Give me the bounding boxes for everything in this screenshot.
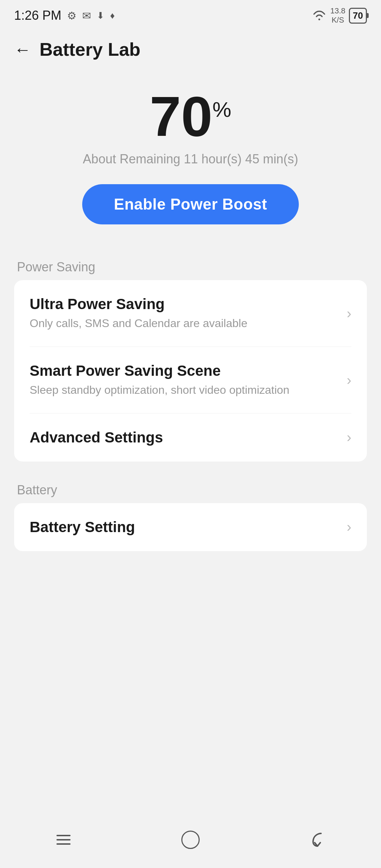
smart-power-saving-item[interactable]: Smart Power Saving Scene Sleep standby o…	[14, 347, 367, 414]
battery-setting-item[interactable]: Battery Setting ›	[14, 503, 367, 551]
advanced-settings-title: Advanced Settings	[30, 429, 340, 446]
battery-percent-value: 70%	[150, 85, 231, 148]
headphone-icon: ♦	[110, 10, 115, 21]
chevron-right-icon: ›	[347, 519, 351, 535]
enable-power-boost-button[interactable]: Enable Power Boost	[82, 184, 299, 224]
status-left: 1:26 PM ⚙ ✉ ⬇ ♦	[14, 8, 115, 23]
advanced-settings-item[interactable]: Advanced Settings ›	[14, 414, 367, 462]
smart-power-saving-subtitle: Sleep standby optimization, short video …	[30, 382, 340, 398]
power-saving-card: Ultra Power Saving Only calls, SMS and C…	[14, 280, 367, 462]
advanced-settings-content: Advanced Settings	[30, 429, 340, 446]
power-saving-section: Power Saving Ultra Power Saving Only cal…	[0, 260, 381, 462]
battery-settings-section: Battery Battery Setting ›	[0, 483, 381, 551]
mail-icon: ✉	[82, 10, 91, 22]
battery-section-label: Battery	[14, 483, 367, 498]
battery-card: Battery Setting ›	[14, 503, 367, 551]
bottom-navigation	[0, 819, 381, 868]
settings-icon: ⚙	[67, 10, 77, 22]
ultra-power-saving-title: Ultra Power Saving	[30, 296, 340, 313]
status-time: 1:26 PM	[14, 8, 61, 23]
download-icon: ⬇	[97, 10, 104, 21]
back-nav-button[interactable]	[300, 829, 335, 850]
home-circle-icon	[181, 831, 200, 849]
chevron-right-icon: ›	[347, 306, 351, 321]
status-bar: 1:26 PM ⚙ ✉ ⬇ ♦ 13.8 K/S 70	[0, 0, 381, 28]
back-button[interactable]: ←	[14, 40, 31, 59]
power-saving-label: Power Saving	[14, 260, 367, 275]
smart-power-saving-content: Smart Power Saving Scene Sleep standby o…	[30, 362, 340, 398]
ultra-power-saving-item[interactable]: Ultra Power Saving Only calls, SMS and C…	[14, 280, 367, 347]
network-speed: 13.8 K/S	[330, 6, 345, 25]
page-header: ← Battery Lab	[0, 28, 381, 67]
battery-section: 70% About Remaining 11 hour(s) 45 min(s)…	[0, 67, 381, 239]
battery-setting-title: Battery Setting	[30, 519, 340, 536]
ultra-power-saving-content: Ultra Power Saving Only calls, SMS and C…	[30, 296, 340, 331]
battery-indicator: 70	[349, 8, 367, 24]
menu-nav-button[interactable]	[46, 829, 81, 850]
wifi-icon	[312, 10, 327, 22]
page-title: Battery Lab	[40, 39, 140, 60]
battery-remaining-text: About Remaining 11 hour(s) 45 min(s)	[83, 152, 298, 167]
status-right: 13.8 K/S 70	[312, 6, 367, 25]
home-nav-button[interactable]	[173, 829, 208, 850]
chevron-right-icon: ›	[347, 372, 351, 388]
smart-power-saving-title: Smart Power Saving Scene	[30, 362, 340, 379]
battery-setting-content: Battery Setting	[30, 519, 340, 536]
battery-percentage: 70%	[150, 88, 231, 145]
ultra-power-saving-subtitle: Only calls, SMS and Calendar are availab…	[30, 315, 340, 331]
chevron-right-icon: ›	[347, 429, 351, 445]
